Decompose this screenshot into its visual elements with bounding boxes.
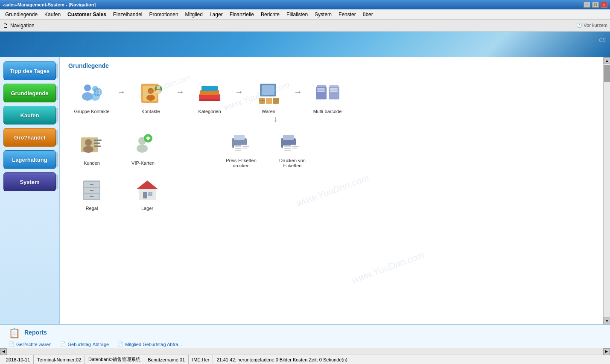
kunden-icon — [77, 130, 107, 160]
lager-icon — [132, 175, 162, 205]
scroll-thumb[interactable] — [604, 65, 610, 82]
sidebar-btn-grohandel[interactable]: Gro?handel — [3, 128, 56, 147]
icon-kontakte[interactable]: Kontakte — [127, 78, 174, 114]
sidebar-btn-system[interactable]: System — [3, 172, 56, 191]
preis-etiketten-icon — [226, 127, 256, 157]
svg-rect-32 — [330, 90, 338, 92]
sidebar-btn-lagerhaltung[interactable]: Lagerhaltung — [3, 150, 56, 169]
menu-fenster[interactable]: Fenster — [335, 11, 359, 18]
svg-rect-16 — [201, 86, 218, 91]
icon-preis-etiketten[interactable]: Preis-Etiketten drucken — [218, 127, 265, 168]
arrow-down-wrapper: ↓ — [68, 114, 595, 125]
sidebar-btn-kaufen[interactable]: Kaufen — [3, 106, 56, 125]
icon-kategorien[interactable]: Kategorien — [186, 78, 233, 114]
svg-rect-57 — [284, 148, 291, 149]
drucken-etiketten-label: Drucken von Etiketten — [271, 158, 314, 168]
svg-point-4 — [93, 88, 102, 96]
report-link-2[interactable]: 📄 Geburtstag-Abfrage — [60, 341, 109, 347]
icon-gruppe-kontakte[interactable]: Gruppe Kontakte — [68, 78, 115, 114]
icon-lager[interactable]: Lager — [124, 175, 171, 211]
scroll-left-button[interactable]: ◀ — [0, 348, 7, 355]
sidebar-btn-grundlegende[interactable]: Grundlegende — [3, 84, 56, 102]
svg-rect-58 — [284, 150, 292, 151]
lager-label: Lager — [141, 206, 153, 211]
svg-rect-51 — [242, 146, 249, 147]
svg-rect-22 — [273, 98, 279, 104]
maximize-button[interactable]: □ — [592, 2, 599, 8]
menu-lager[interactable]: Lager — [206, 11, 226, 18]
status-ime: IME:Her — [189, 355, 213, 364]
svg-rect-26 — [317, 85, 326, 87]
header-banner: cs — [0, 32, 610, 57]
icon-row-3: Regal Lager — [68, 175, 595, 211]
menu-einzelhandel[interactable]: Einzelhandel — [110, 11, 146, 18]
menu-berichte[interactable]: Berichte — [257, 11, 283, 18]
scroll-track[interactable] — [604, 64, 610, 317]
svg-rect-67 — [90, 190, 93, 191]
menu-promotionen[interactable]: Promotionen — [146, 11, 182, 18]
svg-rect-66 — [90, 184, 93, 185]
report-link-1[interactable]: 📄 Gel?schte waren — [9, 341, 52, 347]
content-inner: Grundlegende — [60, 57, 603, 324]
svg-marker-69 — [137, 181, 158, 189]
vip-karten-label: VIP-Karten — [131, 160, 155, 166]
icon-regal[interactable]: Regal — [68, 175, 115, 211]
status-terminal: Terminal-Nummer:02 — [34, 355, 85, 364]
svg-rect-72 — [148, 192, 152, 196]
svg-rect-28 — [317, 90, 325, 92]
svg-rect-38 — [94, 146, 101, 147]
icon-drucken-etiketten[interactable]: Drucken von Etiketten — [269, 127, 316, 168]
main-wrapper: Tipp des Tages Grundlegende Kaufen Gro?h… — [0, 57, 610, 324]
svg-point-40 — [137, 144, 148, 153]
kunden-label: Kunden — [84, 160, 100, 166]
svg-rect-52 — [242, 148, 248, 149]
menu-filialisten[interactable]: Filialisten — [283, 11, 311, 18]
sidebar-btn-tipp[interactable]: Tipp des Tages — [3, 61, 56, 80]
svg-point-13 — [155, 90, 161, 94]
status-date: 2018-10-11 — [3, 355, 34, 364]
menu-grundlegende[interactable]: Grundlegende — [2, 11, 41, 18]
svg-rect-31 — [330, 88, 338, 90]
regal-icon — [77, 175, 107, 205]
scroll-down-button[interactable]: ▼ — [604, 317, 610, 324]
h-scroll-track[interactable] — [7, 348, 603, 355]
multi-barcode-icon — [312, 78, 342, 108]
status-user: Benutzername:01 — [144, 355, 189, 364]
close-button[interactable]: × — [601, 2, 607, 8]
toolbar-nav-icon: 🗋 — [3, 22, 9, 29]
icon-waren[interactable]: Waren — [245, 78, 292, 114]
menu-kaufen[interactable]: Kaufen — [41, 11, 64, 18]
svg-rect-68 — [90, 196, 93, 197]
icon-vip-karten[interactable]: VIP-Karten — [120, 130, 166, 166]
menu-mitglied[interactable]: Mitglied — [182, 11, 206, 18]
svg-point-34 — [85, 139, 92, 146]
kategorien-label: Kategorien — [198, 109, 221, 114]
svg-rect-61 — [292, 148, 297, 149]
svg-rect-37 — [94, 143, 100, 144]
icon-multi-barcode[interactable]: Multi-barcode — [304, 78, 351, 114]
vertical-scrollbar[interactable]: ▲ ▼ — [603, 57, 610, 324]
icon-kunden[interactable]: Kunden — [68, 130, 115, 166]
icon-row-1: Gruppe Kontakte → — [68, 78, 595, 114]
main-content: www.YuuDnn.com www.YuuDnn.com www.YuuDnn… — [60, 57, 603, 324]
arrow-2: → — [174, 87, 186, 97]
status-database: Datenbank:销售管理系统 — [85, 355, 144, 364]
report-link-3[interactable]: 📄 Mitglied Geburtstag Abfra... — [117, 341, 182, 347]
horizontal-scrollbar[interactable]: ◀ ▶ — [0, 348, 610, 355]
report-icon-2: 📄 — [60, 341, 66, 347]
regal-label: Regal — [86, 206, 98, 211]
reports-links: 📄 Gel?schte waren 📄 Geburtstag-Abfrage 📄… — [9, 341, 601, 347]
menu-finanzielle[interactable]: Finanzielle — [226, 11, 257, 18]
minimize-button[interactable]: − — [584, 2, 590, 8]
svg-rect-36 — [94, 140, 102, 141]
spacer — [68, 114, 273, 125]
scroll-up-button[interactable]: ▲ — [604, 57, 610, 64]
menu-customer-sales[interactable]: Customer Sales — [64, 11, 110, 18]
svg-rect-71 — [143, 192, 147, 198]
menu-system[interactable]: System — [311, 11, 335, 18]
arrow-3: → — [233, 87, 245, 97]
arrow-4: → — [292, 87, 304, 97]
menu-uber[interactable]: über — [359, 11, 377, 18]
window-title: -sales-Management-System - [Navigation] — [3, 2, 96, 7]
scroll-right-button[interactable]: ▶ — [603, 348, 610, 355]
